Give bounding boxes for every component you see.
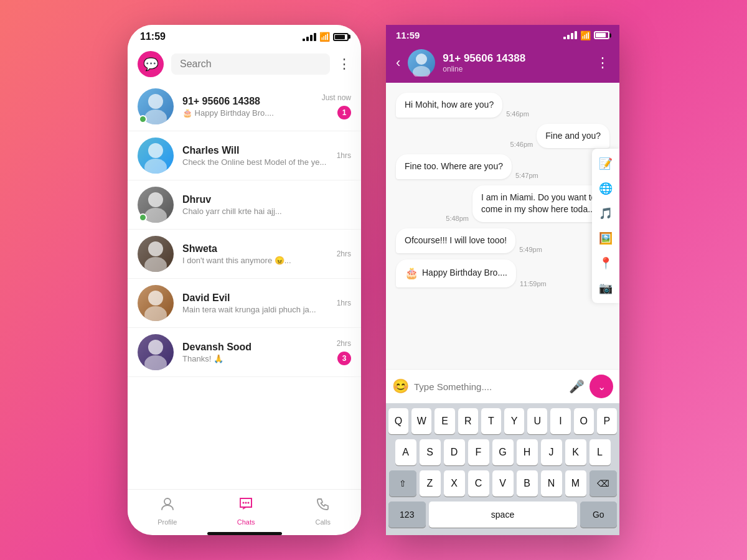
chat-item[interactable]: 91+ 95606 14388 🎂 Happy Birthday Bro....… (128, 82, 361, 131)
message-row: 🎂 Happy Birthday Bro.... 11:59pm (396, 259, 609, 287)
chat-item[interactable]: Dhruv Chalo yarr chill krte hai ajj... (128, 180, 361, 230)
chat-list: 91+ 95606 14388 🎂 Happy Birthday Bro....… (128, 82, 361, 489)
shift-key[interactable]: ⇧ (389, 470, 416, 497)
chat-name: Dhruv (182, 194, 342, 205)
numbers-key[interactable]: 123 (388, 502, 426, 528)
status-bar-right: 11:59 📶 (386, 25, 619, 43)
keyboard-row-3: ⇧ Z X C V B N M ⌫ (388, 470, 617, 497)
svg-point-1 (144, 110, 167, 124)
svg-point-16 (416, 54, 427, 65)
nav-profile-label: Profile (157, 518, 177, 526)
svg-point-10 (148, 340, 163, 355)
keyboard-row-2: A S D F G H J K L (388, 439, 617, 465)
chat-meta: 1hrs (337, 299, 351, 307)
avatar (138, 138, 174, 174)
message-time: 5:49pm (519, 246, 542, 253)
scroll-down-button[interactable]: ⌄ (590, 375, 613, 398)
signal-icon (303, 33, 316, 41)
image-tool-button[interactable]: 🖼️ (594, 227, 617, 250)
key-q[interactable]: Q (388, 408, 408, 434)
message-row: Ofcourse!!! I will love tooo! 5:49pm (396, 228, 609, 253)
key-v[interactable]: V (492, 470, 514, 497)
chat-preview: 🎂 Happy Birthday Bro.... (182, 108, 313, 118)
status-icons-right: 📶 (563, 30, 609, 40)
key-r[interactable]: R (458, 408, 478, 434)
chat-more-options[interactable]: ⋮ (596, 55, 609, 71)
chat-item[interactable]: David Evil Main tera wait krunga jaldi p… (128, 279, 361, 328)
audio-tool-button[interactable]: 🎵 (594, 202, 617, 225)
camera-tool-button[interactable]: 📷 (594, 277, 617, 299)
delete-key[interactable]: ⌫ (590, 470, 617, 497)
message-bubble: Hi Mohit, how are you? (396, 93, 502, 118)
avatar-wrap (138, 285, 174, 321)
message-row: Hi Mohit, how are you? 5:46pm (396, 93, 609, 118)
key-s[interactable]: S (420, 439, 441, 465)
key-n[interactable]: N (541, 470, 562, 497)
chat-time: 1hrs (337, 299, 351, 307)
time-right: 11:59 (396, 30, 420, 40)
key-e[interactable]: E (435, 408, 454, 434)
avatar-wrap (138, 187, 174, 223)
key-i[interactable]: I (550, 408, 570, 434)
unread-badge: 3 (337, 352, 351, 365)
chat-meta: 1hrs (337, 151, 351, 160)
chat-preview: Main tera wait krunga jaldi phuch ja... (182, 305, 328, 314)
key-m[interactable]: M (565, 470, 586, 497)
key-d[interactable]: D (444, 439, 465, 465)
search-input[interactable] (171, 54, 330, 75)
key-c[interactable]: C (468, 470, 489, 497)
chat-name: 91+ 95606 14388 (182, 96, 313, 107)
chat-item[interactable]: Charles Will Check the Online best Model… (128, 131, 361, 180)
wifi-icon: 📶 (319, 32, 330, 42)
location-tool-button[interactable]: 📍 (594, 252, 617, 274)
home-indicator (207, 532, 282, 535)
gif-tool-button[interactable]: 🌐 (594, 177, 617, 200)
message-input[interactable] (414, 381, 564, 392)
key-l[interactable]: L (590, 439, 611, 465)
go-key[interactable]: Go (580, 502, 618, 528)
emoji-button[interactable]: 😊 (392, 378, 409, 394)
chat-info: 91+ 95606 14388 🎂 Happy Birthday Bro.... (182, 96, 313, 118)
online-indicator (139, 115, 147, 123)
back-button[interactable]: ‹ (396, 55, 400, 71)
key-u[interactable]: U (527, 408, 547, 434)
svg-point-14 (245, 502, 247, 504)
key-j[interactable]: J (541, 439, 562, 465)
contact-status: online (443, 65, 588, 73)
key-z[interactable]: Z (420, 470, 441, 497)
key-y[interactable]: Y (504, 408, 524, 434)
chat-item[interactable]: Devansh Sood Thanks! 🙏 2hrs 3 (128, 328, 361, 377)
key-o[interactable]: O (574, 408, 594, 434)
chat-meta: 2hrs (337, 250, 351, 258)
microphone-button[interactable]: 🎤 (569, 379, 585, 394)
key-t[interactable]: T (481, 408, 501, 434)
key-p[interactable]: P (597, 408, 617, 434)
key-w[interactable]: W (411, 408, 431, 434)
key-f[interactable]: F (468, 439, 489, 465)
chat-info: Devansh Sood Thanks! 🙏 (182, 342, 328, 363)
key-g[interactable]: G (492, 439, 514, 465)
avatar-wrap (138, 138, 174, 174)
key-a[interactable]: A (395, 439, 416, 465)
message-time: 5:46pm (510, 141, 533, 148)
chat-info: Shweta I don't want this anymore 😠... (182, 243, 328, 265)
chat-info: Dhruv Chalo yarr chill krte hai ajj... (182, 194, 342, 216)
chat-item[interactable]: Shweta I don't want this anymore 😠... 2h… (128, 230, 361, 279)
nav-chats[interactable]: Chats (237, 496, 255, 526)
chats-icon (238, 496, 254, 516)
svg-point-17 (413, 66, 430, 77)
nav-calls[interactable]: Calls (315, 496, 331, 526)
nav-profile[interactable]: Profile (157, 496, 177, 526)
document-tool-button[interactable]: 📝 (594, 152, 617, 175)
key-x[interactable]: X (444, 470, 465, 497)
message-bubble: I am in Miami. Do you want to come in my… (472, 185, 609, 222)
key-b[interactable]: B (517, 470, 538, 497)
more-options-icon[interactable]: ⋮ (337, 56, 351, 72)
chat-time: 2hrs (337, 339, 351, 348)
keyboard: Q W E R T Y U I O P A S D F G H J K L (386, 403, 619, 535)
key-h[interactable]: H (517, 439, 538, 465)
battery-icon (333, 33, 349, 41)
key-k[interactable]: K (565, 439, 586, 465)
space-key[interactable]: space (429, 502, 577, 528)
svg-point-6 (148, 241, 163, 256)
